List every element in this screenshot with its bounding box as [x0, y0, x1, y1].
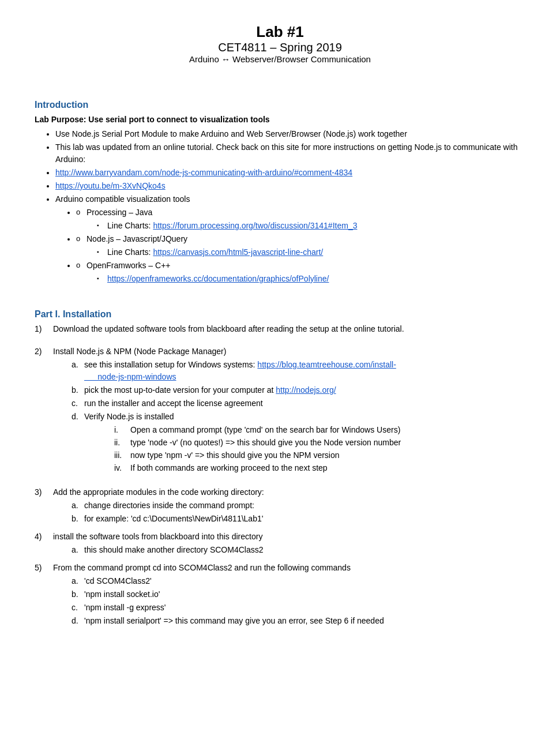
intro-bullets: Use Node.js Serial Port Module to make A…: [55, 128, 525, 285]
roman-item-iv: iv. If both commands are working proceed…: [114, 462, 401, 474]
alpha-item-5a: a. 'cd SCOM4Class2': [72, 575, 525, 587]
roman-list-2d: i. Open a command prompt (type 'cmd' on …: [114, 424, 401, 474]
item-num-3: 3): [35, 486, 53, 526]
numbered-item-3: 3) Add the appropriate modules in the co…: [35, 486, 525, 526]
circle-item: Node.js – Javascript/JQuery Line Charts:…: [76, 233, 525, 258]
processing-sub: Line Charts: https://forum.processing.or…: [107, 220, 525, 232]
sub-item: https://openframeworks.cc/documentation/…: [107, 273, 525, 285]
page-header: Lab #1 CET4811 – Spring 2019 Arduino ↔ W…: [35, 23, 525, 64]
link-barryvandam[interactable]: http://www.barryvandam.com/node-js-commu…: [55, 168, 352, 177]
item-content-3: Add the appropriate modules in the code …: [53, 486, 525, 526]
link-nodejs[interactable]: http://nodejs.org/: [276, 385, 336, 395]
numbered-item-1: 1) Download the updated software tools f…: [35, 323, 525, 335]
circle-item: Processing – Java Line Charts: https://f…: [76, 207, 525, 232]
alpha-item-5c: c. 'npm install -g express': [72, 602, 525, 614]
alpha-item-2d: d. Verify Node.js is installed i. Open a…: [72, 411, 525, 475]
visualization-tools: Processing – Java Line Charts: https://f…: [76, 207, 525, 285]
roman-item-i: i. Open a command prompt (type 'cmd' on …: [114, 424, 401, 436]
item-num-4: 4): [35, 531, 53, 557]
item-content-5: From the command prompt cd into SCOM4Cla…: [53, 562, 525, 628]
item-content-4: install the software tools from blackboa…: [53, 531, 525, 557]
roman-item-iii: iii. now type 'npm -v' => this should gi…: [114, 449, 401, 461]
roman-item-ii: ii. type 'node -v' (no quotes!) => this …: [114, 437, 401, 449]
list-item: https://youtu.be/m-3XvNQko4s: [55, 180, 525, 192]
item2-subs: a. see this installation setup for Windo…: [72, 359, 525, 475]
page-subtitle: CET4811 – Spring 2019: [35, 41, 525, 54]
alpha-item-3a: a. change directories inside the command…: [72, 500, 525, 512]
introduction-heading: Introduction: [35, 100, 525, 110]
part1-section: Part I. Installation 1) Download the upd…: [35, 309, 525, 628]
link-canvasjs[interactable]: https://canvasjs.com/html5-javascript-li…: [153, 247, 323, 257]
numbered-item-5: 5) From the command prompt cd into SCOM4…: [35, 562, 525, 628]
page-tagline: Arduino ↔ Webserver/Browser Communicatio…: [35, 54, 525, 64]
item-num-5: 5): [35, 562, 53, 628]
alpha-item-4a: a. this should make another directory SC…: [72, 544, 525, 556]
link-teamtreehouse[interactable]: https://blog.teamtreehouse.com/install- …: [84, 360, 396, 381]
page-title: Lab #1: [35, 23, 525, 41]
sub-item: Line Charts: https://forum.processing.or…: [107, 220, 525, 232]
alpha-item-2b: b. pick the most up-to-date version for …: [72, 384, 525, 396]
list-item: This lab was updated from an online tuto…: [55, 141, 525, 166]
purpose-label: Lab Purpose: Use serial port to connect …: [35, 114, 525, 126]
list-item: Arduino compatible visualization tools P…: [55, 193, 525, 285]
item3-subs: a. change directories inside the command…: [72, 500, 525, 525]
numbered-item-4: 4) install the software tools from black…: [35, 531, 525, 557]
item-content-2: Install Node.js & NPM (Node Package Mana…: [53, 346, 525, 476]
sub-item: Line Charts: https://canvasjs.com/html5-…: [107, 246, 525, 258]
item-num-2: 2): [35, 346, 53, 476]
list-item: Use Node.js Serial Port Module to make A…: [55, 128, 525, 140]
circle-item: OpenFramworks – C++ https://openframewor…: [76, 260, 525, 285]
purpose-text: Lab Purpose: Use serial port to connect …: [35, 115, 270, 124]
nodejs-sub: Line Charts: https://canvasjs.com/html5-…: [107, 246, 525, 258]
list-item: http://www.barryvandam.com/node-js-commu…: [55, 167, 525, 179]
link-openframeworks[interactable]: https://openframeworks.cc/documentation/…: [107, 274, 329, 283]
item-content-1: Download the updated software tools from…: [53, 323, 525, 335]
introduction-section: Introduction Lab Purpose: Use serial por…: [35, 100, 525, 285]
item-num-1: 1): [35, 323, 53, 335]
link-processing[interactable]: https://forum.processing.org/two/discuss…: [153, 221, 357, 230]
alpha-item-2c: c. run the installer and accept the lice…: [72, 397, 525, 410]
alpha-item-2a: a. see this installation setup for Windo…: [72, 359, 525, 383]
alpha-item-3b: b. for example: 'cd c:\Documents\NewDir\…: [72, 513, 525, 525]
numbered-item-2: 2) Install Node.js & NPM (Node Package M…: [35, 346, 525, 476]
alpha-item-5d: d. 'npm install serialport' => this comm…: [72, 615, 525, 627]
part1-heading: Part I. Installation: [35, 309, 525, 320]
item5-subs: a. 'cd SCOM4Class2' b. 'npm install sock…: [72, 575, 525, 627]
openframeworks-sub: https://openframeworks.cc/documentation/…: [107, 273, 525, 285]
alpha-item-5b: b. 'npm install socket.io': [72, 588, 525, 600]
item4-subs: a. this should make another directory SC…: [72, 544, 525, 556]
link-youtube[interactable]: https://youtu.be/m-3XvNQko4s: [55, 181, 166, 190]
